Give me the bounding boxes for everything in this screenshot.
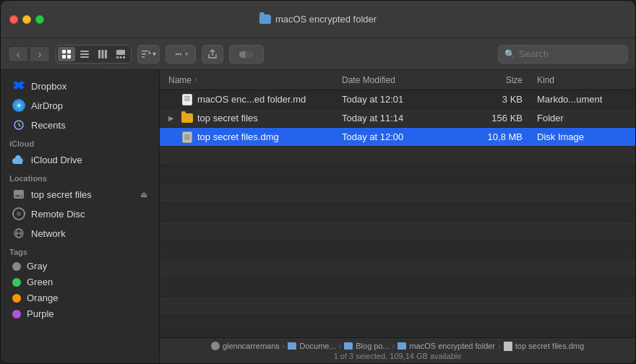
column-view-button[interactable] — [94, 47, 111, 61]
dropbox-icon — [12, 79, 25, 92]
col-date-header[interactable]: Date Modified — [342, 74, 457, 85]
drive-icon — [12, 188, 25, 201]
svg-rect-7 — [98, 50, 100, 58]
empty-row-1 — [160, 147, 635, 165]
sidebar-item-tag-gray[interactable]: Gray — [4, 259, 156, 274]
sidebar-item-tag-green[interactable]: Green — [4, 274, 156, 290]
file-row-md-kind: Markdo...ument — [523, 94, 627, 105]
col-kind-label: Kind — [537, 75, 554, 85]
eject-icon[interactable]: ⏏ — [140, 190, 147, 199]
dmg-file-icon — [181, 131, 193, 143]
bc-folder-3-icon — [398, 342, 406, 350]
gallery-view-button[interactable] — [112, 47, 129, 61]
sidebar: Dropbox ✦ AirDrop Recents iCloud — [1, 70, 160, 363]
col-name-header[interactable]: Name ↑ — [168, 75, 342, 85]
empty-row-10 — [160, 316, 635, 334]
tag-purple-dot — [12, 310, 21, 318]
row-chevron-folder: ▶ — [168, 114, 177, 122]
tag-green-dot — [12, 278, 21, 287]
titlebar: macOS encrypted folder — [1, 1, 635, 38]
toolbar: ‹ › — [1, 38, 635, 70]
share-button[interactable] — [202, 45, 223, 64]
sidebar-item-icloud-drive[interactable]: iCloud Drive — [4, 150, 156, 169]
airdrop-icon: ✦ — [12, 99, 25, 112]
svg-rect-10 — [116, 50, 125, 55]
sidebar-item-network[interactable]: Network — [4, 224, 156, 243]
bc-person-icon — [211, 342, 220, 350]
col-size-header[interactable]: Size — [457, 74, 523, 85]
bc-folder-2-icon — [344, 342, 353, 350]
back-button[interactable]: ‹ — [8, 46, 28, 62]
bc-dmg-icon — [504, 342, 512, 351]
file-row-folder[interactable]: ▶ top secret files Today at 11:14 156 KB… — [160, 109, 635, 128]
svg-rect-9 — [105, 50, 107, 58]
bc-sep-3: › — [392, 342, 395, 350]
nav-buttons: ‹ › — [8, 46, 50, 62]
view-toggle-group — [56, 45, 132, 64]
sidebar-item-remote-disc[interactable]: Remote Disc — [4, 204, 156, 223]
empty-row-9 — [160, 297, 635, 316]
empty-row-3 — [160, 184, 635, 203]
sidebar-item-recents[interactable]: Recents — [4, 116, 156, 134]
sidebar-item-tag-orange[interactable]: Orange — [4, 290, 156, 306]
file-row-dmg[interactable]: top secret files.dmg Today at 12:00 10,8… — [160, 128, 635, 147]
empty-row-2 — [160, 165, 635, 184]
md-file-icon — [181, 94, 193, 105]
forward-button[interactable]: › — [30, 46, 50, 62]
file-row-dmg-name-text: top secret files.dmg — [197, 131, 342, 142]
svg-point-19 — [179, 53, 181, 54]
list-view-button[interactable] — [76, 47, 93, 61]
file-list-header: Name ↑ Date Modified Size Kind — [160, 70, 635, 90]
maximize-button[interactable] — [35, 15, 44, 24]
svg-point-17 — [175, 53, 176, 54]
search-input[interactable] — [519, 48, 620, 59]
svg-rect-12 — [120, 56, 122, 58]
svg-rect-4 — [80, 51, 89, 52]
action-button[interactable]: ▾ — [166, 45, 196, 64]
sidebar-item-tag-purple[interactable]: Purple — [4, 306, 156, 321]
breadcrumb: glenncarremans › Docume... › Blog po... … — [211, 342, 584, 351]
col-name-label: Name — [168, 75, 192, 85]
icon-view-button[interactable] — [58, 47, 75, 61]
sidebar-item-top-secret[interactable]: top secret files ⏏ — [4, 185, 156, 204]
bc-dmg-label: top secret files.dmg — [515, 342, 584, 350]
disc-icon — [12, 207, 25, 220]
empty-row-7 — [160, 259, 635, 278]
file-list: macOS enc...ed folder.md Today at 12:01 … — [160, 90, 635, 337]
tag-gray-dot — [12, 262, 21, 271]
col-size-label: Size — [506, 75, 523, 85]
close-button[interactable] — [9, 15, 18, 24]
svg-point-25 — [20, 196, 21, 197]
network-icon — [12, 227, 25, 240]
tag-gray-label: Gray — [27, 261, 147, 272]
sidebar-section-icloud: iCloud — [1, 135, 159, 150]
svg-rect-3 — [67, 55, 71, 58]
file-row-md-date: Today at 12:01 — [342, 94, 457, 105]
sort-chevron-icon: ▾ — [152, 50, 156, 58]
svg-rect-1 — [67, 50, 71, 53]
main-area: Dropbox ✦ AirDrop Recents iCloud — [1, 70, 635, 363]
sidebar-item-airdrop[interactable]: ✦ AirDrop — [4, 96, 156, 115]
bc-username: glenncarremans — [223, 342, 280, 350]
minimize-button[interactable] — [22, 15, 31, 24]
file-row-folder-kind: Folder — [523, 113, 627, 124]
cloud-icon — [12, 153, 25, 166]
bc-encrypted-folder: macOS encrypted folder — [409, 342, 495, 350]
sidebar-item-airdrop-label: AirDrop — [31, 100, 147, 111]
file-row-md-name-text: macOS enc...ed folder.md — [197, 94, 342, 105]
svg-rect-14 — [142, 51, 147, 52]
svg-rect-16 — [142, 56, 145, 58]
window-title-area: macOS encrypted folder — [259, 14, 377, 25]
empty-row-6 — [160, 240, 635, 259]
tags-button[interactable] — [229, 45, 264, 64]
col-kind-header[interactable]: Kind — [523, 74, 627, 85]
sidebar-item-remote-disc-label: Remote Disc — [31, 209, 147, 220]
tag-green-label: Green — [27, 277, 147, 287]
status-text: 1 of 3 selected, 109,14 GB available — [334, 352, 462, 360]
file-row-md[interactable]: macOS enc...ed folder.md Today at 12:01 … — [160, 90, 635, 109]
file-row-dmg-name: top secret files.dmg — [168, 131, 342, 143]
search-box[interactable]: 🔍 — [498, 45, 628, 64]
sidebar-item-dropbox[interactable]: Dropbox — [4, 77, 156, 95]
empty-row-8 — [160, 278, 635, 297]
sort-group-button[interactable]: ▾ — [137, 45, 160, 64]
